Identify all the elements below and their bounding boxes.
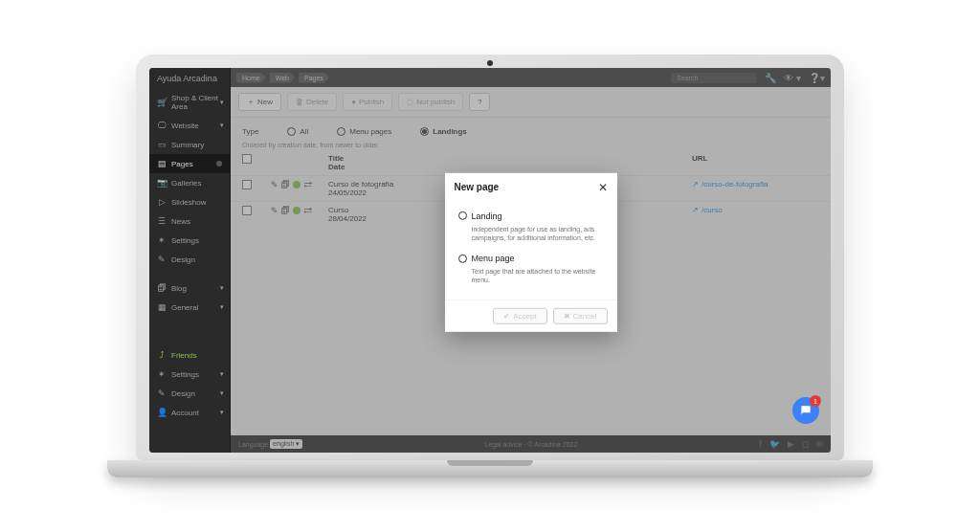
option-landing[interactable]: Landing Independent page for use as land… [458, 206, 604, 248]
accept-button[interactable]: ✔ Accept [493, 308, 546, 324]
cart-icon: 🛒 [157, 98, 167, 107]
chevron-down-icon: ▾ [220, 284, 224, 292]
pages-icon: ▤ [157, 159, 167, 168]
radio-icon [458, 211, 467, 220]
sidebar-item-website[interactable]: 🖵 Website ▾ [149, 116, 230, 135]
sidebar-item-pages[interactable]: ▤Pages [149, 154, 230, 173]
chevron-down-icon: ▾ [220, 389, 224, 397]
general-icon: ▦ [157, 302, 167, 312]
gear-icon: ✶ [157, 235, 167, 245]
sidebar-label: Design [171, 389, 195, 398]
pencil-icon: ✎ [157, 255, 167, 264]
news-icon: ☰ [157, 216, 167, 226]
sidebar-item-account[interactable]: 👤Account▾ [149, 403, 230, 422]
close-icon[interactable]: ✕ [598, 181, 608, 194]
sidebar-item-summary[interactable]: ▭Summary [149, 135, 230, 154]
summary-icon: ▭ [157, 140, 167, 149]
sidebar-label: Website [171, 122, 199, 130]
main-area: Home Web Pages Search 🔧 👁 ▾ ❔▾ ＋ New 🗑 D… [231, 68, 831, 453]
sidebar-label: Summary [171, 141, 204, 149]
sidebar-item-settings[interactable]: ✶Settings [149, 231, 230, 250]
user-icon: 👤 [157, 408, 167, 417]
sidebar: Ayuda Arcadina 🛒 Shop & Client Area ▾ 🖵 … [149, 68, 231, 453]
option-desc: Text page that are attached to the websi… [458, 263, 604, 284]
sidebar-item-general[interactable]: ▦General▾ [149, 298, 230, 317]
sidebar-item-news[interactable]: ☰News [149, 211, 230, 231]
sidebar-item-friends[interactable]: ⤴Friends [149, 345, 230, 365]
sidebar-item-blog[interactable]: 🗐Blog▾ [149, 278, 230, 298]
option-label: Landing [472, 211, 502, 221]
modal-title: New page [455, 182, 500, 192]
sidebar-label: Settings [171, 370, 199, 379]
monitor-icon: 🖵 [157, 121, 167, 130]
chat-widget[interactable]: 1 [792, 397, 819, 424]
slideshow-icon: ▷ [157, 197, 167, 207]
sidebar-label: Pages [171, 160, 193, 168]
sidebar-label: General [171, 303, 198, 312]
option-label: Menu page [472, 254, 515, 263]
chevron-down-icon: ▾ [220, 99, 224, 106]
option-desc: Independent page for use as landing, ads… [458, 221, 604, 242]
sidebar-item-shop[interactable]: 🛒 Shop & Client Area ▾ [149, 89, 230, 116]
cancel-button[interactable]: ✖ Cancel [553, 308, 608, 324]
app-root: Ayuda Arcadina 🛒 Shop & Client Area ▾ 🖵 … [149, 68, 831, 453]
brand-title: Ayuda Arcadina [149, 68, 230, 89]
new-page-modal: New page ✕ Landing Independent page for … [445, 173, 617, 332]
sidebar-label: Settings [171, 236, 199, 245]
option-menu-page[interactable]: Menu page Text page that are attached to… [458, 248, 604, 290]
badge-dot [216, 161, 222, 166]
chat-badge: 1 [810, 395, 821, 407]
gear-icon: ✶ [157, 369, 167, 379]
sidebar-item-settings2[interactable]: ✶Settings▾ [149, 365, 230, 384]
pencil-icon: ✎ [157, 388, 167, 398]
chevron-down-icon: ▾ [220, 122, 224, 129]
sidebar-label: Blog [171, 284, 187, 293]
share-icon: ⤴ [157, 350, 167, 360]
chevron-down-icon: ▾ [220, 409, 224, 416]
sidebar-label: Shop & Client Area [171, 94, 222, 111]
sidebar-item-galleries[interactable]: 📷Galleries [149, 173, 230, 192]
chevron-down-icon: ▾ [220, 370, 224, 378]
radio-icon [458, 254, 467, 262]
blog-icon: 🗐 [157, 283, 167, 293]
sidebar-label: News [171, 217, 190, 226]
sidebar-item-design[interactable]: ✎Design [149, 250, 230, 269]
sidebar-label: Slideshow [171, 198, 206, 207]
sidebar-label: Design [171, 255, 195, 264]
sidebar-label: Account [171, 409, 199, 417]
camera-dot [487, 60, 493, 66]
sidebar-item-design2[interactable]: ✎Design▾ [149, 384, 230, 403]
galleries-icon: 📷 [157, 178, 167, 188]
sidebar-label: Friends [171, 351, 197, 360]
cancel-label: Cancel [573, 312, 597, 321]
accept-label: Accept [513, 312, 536, 321]
sidebar-label: Galleries [171, 179, 202, 188]
sidebar-item-slideshow[interactable]: ▷Slideshow [149, 192, 230, 211]
chevron-down-icon: ▾ [220, 303, 224, 311]
